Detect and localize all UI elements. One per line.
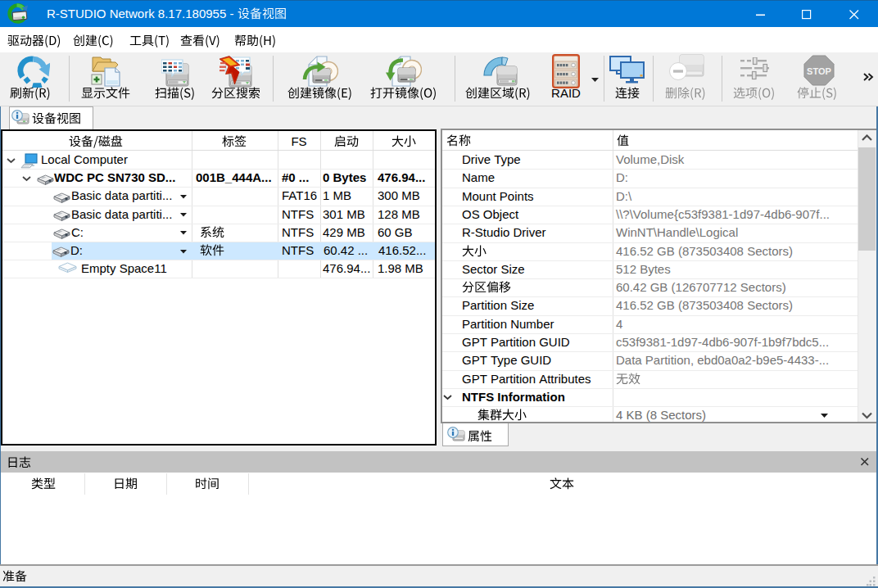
- svg-text:STOP: STOP: [807, 66, 831, 76]
